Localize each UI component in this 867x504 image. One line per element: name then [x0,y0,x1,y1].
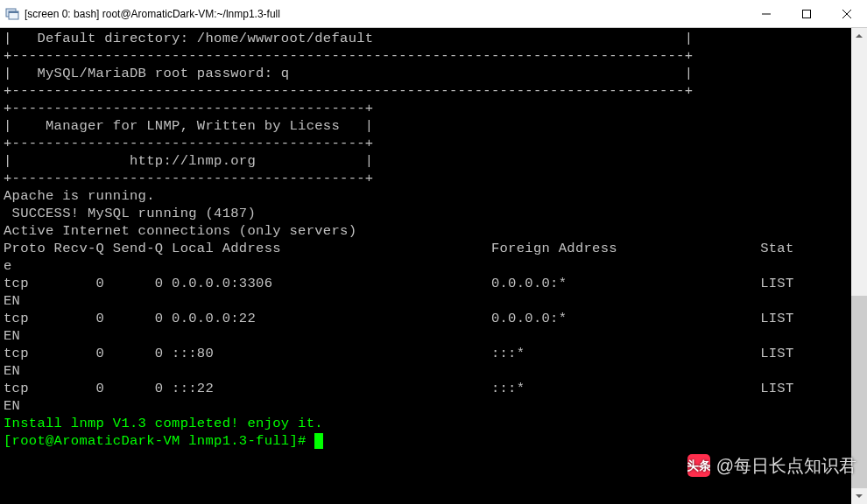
scroll-down-arrow[interactable] [851,488,867,504]
box-sep: +---------------------------------------… [4,83,693,99]
box-line: | Default directory: /home/wwwroot/defau… [4,31,693,46]
terminal-container: | Default directory: /home/wwwroot/defau… [0,28,867,504]
netstat-row: tcp 0 0 0.0.0.0:22 0.0.0.0:* LIST EN [4,311,794,344]
terminal-output[interactable]: | Default directory: /home/wwwroot/defau… [0,28,851,504]
netstat-row: tcp 0 0 0.0.0.0:3306 0.0.0.0:* LIST EN [4,276,794,309]
cursor [314,433,323,449]
scroll-up-arrow[interactable] [851,28,867,44]
window-title: [screen 0: bash] root@AromaticDark-VM:~/… [25,8,280,20]
app-icon [5,7,19,21]
svg-marker-8 [856,494,863,498]
shell-prompt: [root@AromaticDark-VM lnmp1.3-full]# [4,433,314,449]
netstat-columns: Proto Recv-Q Send-Q Local Address Foreig… [4,241,794,274]
status-line: Apache is running. [4,188,155,204]
svg-marker-7 [856,34,863,38]
box-sep: +---------------------------------------… [4,136,373,151]
netstat-header: Active Internet connections (only server… [4,223,356,239]
scroll-thumb[interactable] [851,296,867,488]
box-line: | http://lnmp.org | [4,153,373,169]
scroll-track[interactable] [851,44,867,488]
close-button[interactable] [827,0,867,28]
netstat-row: tcp 0 0 :::22 :::* LIST EN [4,381,794,414]
window-titlebar: [screen 0: bash] root@AromaticDark-VM:~/… [0,0,867,28]
box-sep: +---------------------------------------… [4,48,693,64]
titlebar-left: [screen 0: bash] root@AromaticDark-VM:~/… [0,7,280,21]
window-controls [746,0,867,28]
box-line: | Manager for LNMP, Written by Licess | [4,118,373,134]
vertical-scrollbar[interactable] [851,28,867,504]
box-sep: +---------------------------------------… [4,171,373,186]
maximize-button[interactable] [786,0,827,28]
minimize-button[interactable] [746,0,786,28]
status-line: SUCCESS! MySQL running (4187) [4,206,256,221]
install-complete-message: Install lnmp V1.3 completed! enjoy it. [4,416,323,431]
svg-rect-2 [9,11,18,13]
box-sep: +---------------------------------------… [4,101,373,116]
svg-rect-4 [803,10,811,18]
netstat-row: tcp 0 0 :::80 :::* LIST EN [4,346,794,379]
box-line: | MySQL/MariaDB root password: q | [4,66,693,81]
